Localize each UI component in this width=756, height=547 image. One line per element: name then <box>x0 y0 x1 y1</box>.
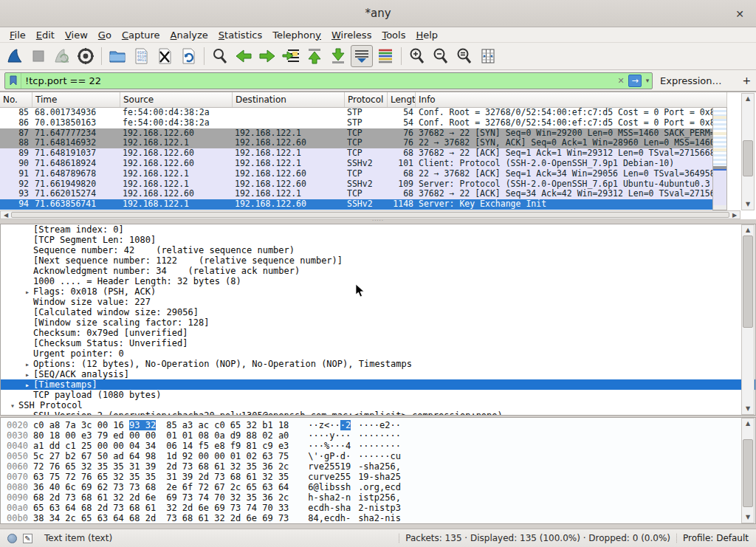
column-header-time[interactable]: Time <box>32 92 120 107</box>
hex-row-0060[interactable]: 006072 76 65 32 35 35 31 392d 73 68 61 3… <box>1 461 755 472</box>
hex-row-0090[interactable]: 009068 2d 73 68 61 32 2d 6e69 73 74 70 3… <box>1 492 755 503</box>
scroll-up-icon[interactable]: ▲ <box>742 225 754 235</box>
open-file-icon[interactable] <box>106 45 128 67</box>
packet-row-93[interactable]: 9371.662015274192.168.122.60192.168.122.… <box>0 189 727 199</box>
status-profile[interactable]: Profile: Default <box>683 533 749 543</box>
hex-row-0040[interactable]: 0040a1 dd c1 25 00 00 04 3406 14 f5 e8 f… <box>1 441 755 451</box>
scrollbar-track[interactable] <box>742 104 754 199</box>
scrollbar-thumb[interactable] <box>743 235 753 328</box>
detail-line[interactable]: [TCP Segment Len: 1080] <box>1 235 755 245</box>
packet-row-85[interactable]: 8568.001734936fe:54:00:d4:38:2aSTP54Conf… <box>0 108 727 118</box>
detail-line[interactable]: ▸[Timestamps] <box>1 379 755 390</box>
scroll-down-icon[interactable]: ▼ <box>742 404 754 414</box>
bytes-vertical-scrollbar[interactable]: ▲ ▼ <box>741 418 755 523</box>
go-first-icon[interactable] <box>303 45 326 67</box>
packet-row-94[interactable]: 9471.663856741192.168.122.1192.168.122.6… <box>0 199 727 210</box>
packet-list-horizontal-scrollbar[interactable]: ◀ ▶ <box>0 210 740 219</box>
colorize-icon[interactable] <box>374 45 396 67</box>
packet-row-89[interactable]: 8971.648191037192.168.122.60192.168.122.… <box>0 148 727 159</box>
scrollbar-track[interactable] <box>742 235 754 404</box>
menu-help[interactable]: Help <box>410 29 443 41</box>
details-vertical-scrollbar[interactable]: ▲ ▼ <box>741 224 755 415</box>
detail-line[interactable]: ▸[SEQ/ACK analysis] <box>1 369 755 379</box>
go-forward-icon[interactable] <box>256 45 278 67</box>
scrollbar-thumb[interactable] <box>11 212 729 218</box>
column-header-dst[interactable]: Destination <box>233 92 345 107</box>
zoom-in-icon[interactable] <box>406 45 428 67</box>
close-window-icon[interactable]: ✕ <box>732 7 747 21</box>
restart-capture-icon[interactable] <box>51 45 73 67</box>
add-filter-button[interactable]: + <box>735 75 756 86</box>
expert-info-icon[interactable] <box>7 534 17 543</box>
zoom-reset-icon[interactable] <box>453 45 475 67</box>
packet-row-88[interactable]: 8871.648146932192.168.122.1192.168.122.6… <box>0 138 727 148</box>
packet-row-86[interactable]: 8670.013850163fe:54:00:d4:38:2aSTP54Conf… <box>0 118 727 128</box>
scroll-right-icon[interactable]: ▶ <box>729 211 740 219</box>
find-packet-icon[interactable] <box>209 45 231 67</box>
reload-file-icon[interactable] <box>177 45 199 67</box>
go-to-packet-icon[interactable] <box>280 45 302 67</box>
start-capture-icon[interactable] <box>4 45 26 67</box>
column-header-no[interactable]: No. <box>0 92 32 107</box>
zoom-out-icon[interactable] <box>430 45 452 67</box>
detail-line[interactable]: TCP payload (1080 bytes) <box>1 390 755 400</box>
hex-row-00a0[interactable]: 00a065 63 64 68 2d 73 68 6132 2d 6e 69 7… <box>1 503 755 513</box>
detail-line[interactable]: [Next sequence number: 1122 (relative se… <box>1 255 755 266</box>
detail-line[interactable]: 1000 .... = Header Length: 32 bytes (8) <box>1 276 755 286</box>
menu-file[interactable]: File <box>4 29 31 41</box>
scrollbar-track[interactable] <box>742 429 754 512</box>
packet-list-vertical-scrollbar[interactable]: ▲ ▼ <box>741 93 755 210</box>
go-last-icon[interactable] <box>327 45 349 67</box>
capture-options-icon[interactable] <box>75 45 97 67</box>
detail-line[interactable]: ▸SSH Version 2 (encryption:chacha20-poly… <box>1 410 755 416</box>
display-filter-value[interactable]: !tcp.port == 22 <box>21 75 615 86</box>
hex-row-00b0[interactable]: 00b038 34 2c 65 63 64 68 2d73 68 61 32 2… <box>1 513 755 523</box>
filter-history-chevron-icon[interactable]: ▾ <box>643 77 652 84</box>
stop-capture-icon[interactable] <box>27 45 49 67</box>
menu-capture[interactable]: Capture <box>117 29 165 41</box>
detail-line[interactable]: [Checksum Status: Unverified] <box>1 338 755 348</box>
scrollbar-thumb[interactable] <box>743 140 753 176</box>
scrollbar-thumb[interactable] <box>743 439 753 508</box>
capture-comment-icon[interactable]: ✎ <box>23 534 32 543</box>
column-header-src[interactable]: Source <box>120 92 233 107</box>
detail-line[interactable]: Acknowledgment number: 34 (relative ack … <box>1 266 755 276</box>
save-file-icon[interactable]: 010101100011 <box>130 45 152 67</box>
title-bar[interactable]: *any ✕ <box>0 0 756 27</box>
detail-line[interactable]: Checksum: 0x79ed [unverified] <box>1 328 755 338</box>
hex-row-0020[interactable]: 0020c0 a8 7a 3c 00 16 93 3285 a3 ac c0 6… <box>1 420 755 430</box>
resize-columns-icon[interactable] <box>477 45 499 67</box>
detail-line[interactable]: Urgent pointer: 0 <box>1 348 755 359</box>
scroll-up-icon[interactable]: ▲ <box>742 94 754 104</box>
scroll-down-icon[interactable]: ▼ <box>742 512 754 523</box>
menu-analyze[interactable]: Analyze <box>165 29 213 41</box>
column-header-info[interactable]: Info <box>416 92 727 107</box>
close-file-icon[interactable] <box>154 45 176 67</box>
column-header-proto[interactable]: Protocol <box>345 92 388 107</box>
menu-statistics[interactable]: Statistics <box>213 29 267 41</box>
scroll-down-icon[interactable]: ▼ <box>742 199 754 210</box>
packet-row-91[interactable]: 9171.648789678192.168.122.1192.168.122.6… <box>0 169 727 179</box>
packet-row-87[interactable]: 8771.647777234192.168.122.60192.168.122.… <box>0 128 727 139</box>
menu-telephony[interactable]: Telephony <box>267 29 326 41</box>
packet-row-90[interactable]: 9071.648618924192.168.122.60192.168.122.… <box>0 159 727 169</box>
detail-line[interactable]: [Window size scaling factor: 128] <box>1 317 755 328</box>
menu-wireless[interactable]: Wireless <box>326 29 377 41</box>
auto-scroll-icon[interactable] <box>351 45 373 67</box>
go-back-icon[interactable] <box>233 45 255 67</box>
packet-row-92[interactable]: 9271.661949820192.168.122.1192.168.122.6… <box>0 179 727 190</box>
display-filter-input[interactable]: !tcp.port == 22 ✕ → ▾ <box>4 72 653 89</box>
expander-closed-icon[interactable]: ▸ <box>21 359 33 370</box>
scroll-up-icon[interactable]: ▲ <box>742 419 754 429</box>
menu-view[interactable]: View <box>60 29 93 41</box>
menu-go[interactable]: Go <box>93 29 117 41</box>
apply-filter-icon[interactable]: → <box>628 75 642 87</box>
detail-line[interactable]: Sequence number: 42 (relative sequence n… <box>1 245 755 255</box>
detail-line[interactable]: [Stream index: 0] <box>1 224 755 235</box>
hex-row-0070[interactable]: 007063 75 72 76 65 32 35 3531 39 2d 73 6… <box>1 472 755 482</box>
hex-row-0080[interactable]: 008036 40 6c 69 62 73 73 682e 6f 72 67 2… <box>1 482 755 492</box>
filter-bookmark-icon[interactable] <box>5 73 21 89</box>
detail-line[interactable]: ▸Options: (12 bytes), No-Operation (NOP)… <box>1 359 755 369</box>
packet-list-minimap[interactable] <box>712 107 727 210</box>
expression-button[interactable]: Expression… <box>653 75 729 86</box>
